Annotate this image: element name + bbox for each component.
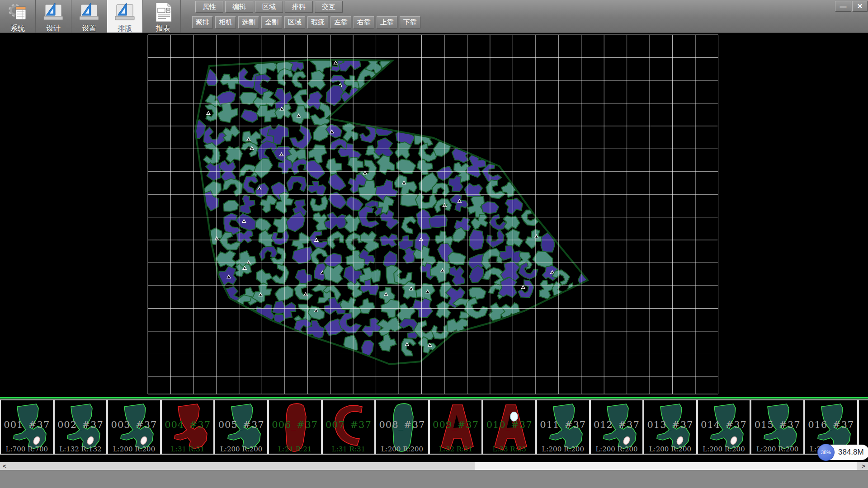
part-number-label: 009_#37 <box>430 419 482 430</box>
menu-tab-bar: 属性编辑区域排料交互 <box>195 1 344 13</box>
tool-button-region[interactable]: 区域 <box>284 16 305 28</box>
part-lr-label: L:32 R:31 <box>430 445 482 453</box>
part-number-label: 016_#37 <box>805 419 857 430</box>
menu-tab-properties[interactable]: 属性 <box>195 1 223 13</box>
part-thumbnail[interactable]: 012_#37 L:200 R:200 <box>590 399 644 455</box>
part-lr-label: L:200 R:200 <box>591 445 643 453</box>
tool-button-snap-top[interactable]: 上靠 <box>377 16 397 28</box>
module-label: 设计 <box>46 24 61 32</box>
part-lr-label: L:21 R:21 <box>269 445 321 453</box>
window-close-button[interactable]: ✕ <box>852 1 868 12</box>
system-gear-icon <box>10 5 26 19</box>
ruler-icon <box>113 0 137 24</box>
part-thumbnail[interactable]: 006_#37 L:21 R:21 <box>268 399 322 455</box>
part-thumbnail[interactable]: 014_#37 L:200 R:200 <box>697 399 751 455</box>
module-button-design[interactable]: 设计 <box>36 0 71 33</box>
part-thumbnail[interactable]: 004_#37 L:31 R:31 <box>161 399 215 455</box>
tool-button-defect[interactable]: 瑕疵 <box>307 16 328 28</box>
memory-value: 384.8M <box>838 448 864 457</box>
part-number-label: 005_#37 <box>215 419 267 430</box>
menu-tab-edit[interactable]: 编辑 <box>225 1 253 13</box>
parts-strip-cells: 001_#37 L:700 R:700 002_#37 L:132 R:132 … <box>0 399 868 455</box>
part-lr-label: L:200 R:200 <box>215 445 267 453</box>
menu-tab-interaction[interactable]: 交互 <box>315 1 343 13</box>
part-thumbnail[interactable]: 008_#37 L:200 R:200 <box>375 399 429 455</box>
memory-badge: 38% 384.8M <box>818 445 868 460</box>
part-number-label: 003_#37 <box>108 419 160 430</box>
ruler-icon <box>77 0 101 24</box>
parts-strip: 001_#37 L:700 R:700 002_#37 L:132 R:132 … <box>0 397 868 462</box>
part-number-label: 002_#37 <box>55 419 107 430</box>
scroll-left-button[interactable]: < <box>0 462 9 470</box>
report-doc-icon <box>156 3 171 22</box>
module-button-nesting[interactable]: 排版 <box>107 0 143 33</box>
part-number-label: 008_#37 <box>376 419 428 430</box>
scroll-right-button[interactable]: > <box>859 462 868 470</box>
tool-button-snap-left[interactable]: 左靠 <box>330 16 351 28</box>
tool-button-snap-right[interactable]: 右靠 <box>354 16 374 28</box>
module-button-settings[interactable]: 设置 <box>71 0 107 33</box>
part-thumbnail[interactable]: 001_#37 L:700 R:700 <box>0 399 54 455</box>
part-lr-label: L:200 R:200 <box>376 445 428 453</box>
part-thumbnail[interactable]: 003_#37 L:200 R:200 <box>107 399 161 455</box>
ruler-icon <box>42 0 65 24</box>
part-lr-label: L:200 R:200 <box>751 445 803 453</box>
part-number-label: 007_#37 <box>323 419 375 430</box>
tool-button-select-cut[interactable]: 选割 <box>238 16 259 28</box>
progress-circle: 38% <box>817 444 835 461</box>
tool-button-cut-all[interactable]: 全割 <box>261 16 282 28</box>
module-label: 设置 <box>82 24 96 32</box>
part-number-label: 010_#37 <box>483 419 535 430</box>
strip-scrollbar[interactable]: < > <box>0 462 868 470</box>
part-lr-label: L:33 R:33 <box>483 445 535 453</box>
part-lr-label: L:200 R:200 <box>644 445 696 453</box>
ruler-icon <box>115 3 134 20</box>
status-bar <box>0 470 868 488</box>
part-lr-label: L:31 R:31 <box>162 445 214 453</box>
module-label: 报表 <box>156 24 170 32</box>
scrollbar-thumb[interactable] <box>475 462 857 470</box>
part-thumbnail[interactable]: 005_#37 L:200 R:200 <box>214 399 268 455</box>
part-number-label: 013_#37 <box>644 419 696 430</box>
ruler-icon <box>44 3 63 20</box>
tool-button-camera[interactable]: 相机 <box>215 16 236 28</box>
window-minimize-button[interactable]: — <box>835 1 851 12</box>
part-thumbnail[interactable]: 007_#37 L:31 R:31 <box>322 399 376 455</box>
part-lr-label: L:132 R:132 <box>55 445 107 453</box>
part-thumbnail[interactable]: 010_#37 L:33 R:33 <box>482 399 536 455</box>
nested-pieces <box>190 52 591 357</box>
part-lr-label: L:200 R:200 <box>537 445 589 453</box>
tool-button-cluster-nest[interactable]: 聚排 <box>192 16 213 28</box>
menu-tab-region[interactable]: 区域 <box>255 1 283 13</box>
part-number-label: 015_#37 <box>751 419 803 430</box>
part-number-label: 012_#37 <box>591 419 643 430</box>
tool-button-bar: 聚排相机选割全割区域瑕疵左靠右靠上靠下靠 <box>192 16 423 28</box>
module-label: 排版 <box>118 24 132 32</box>
part-thumbnail[interactable]: 009_#37 L:32 R:31 <box>429 399 483 455</box>
app-toolbar: 系统 设计 设置 排版 <box>0 0 868 33</box>
system-gear-icon <box>6 0 29 24</box>
part-thumbnail[interactable]: 002_#37 L:132 R:132 <box>54 399 108 455</box>
part-thumbnail[interactable]: 011_#37 L:200 R:200 <box>536 399 590 455</box>
part-lr-label: L:700 R:700 <box>1 445 53 453</box>
part-lr-label: L:31 R:31 <box>323 445 375 453</box>
strip-divider-line <box>0 397 868 399</box>
part-number-label: 006_#37 <box>269 419 321 430</box>
part-thumbnail[interactable]: 015_#37 L:200 R:200 <box>750 399 804 455</box>
module-button-system[interactable]: 系统 <box>0 0 36 33</box>
module-label: 系统 <box>10 24 25 32</box>
part-lr-label: L:200 R:200 <box>108 445 160 453</box>
tool-button-snap-bottom[interactable]: 下靠 <box>400 16 420 28</box>
menu-tab-nesting[interactable]: 排料 <box>285 1 313 13</box>
part-number-label: 004_#37 <box>162 419 214 430</box>
part-lr-label: L:200 R:200 <box>698 445 750 453</box>
part-number-label: 014_#37 <box>698 419 750 430</box>
part-number-label: 011_#37 <box>537 419 589 430</box>
report-doc-icon <box>152 0 174 24</box>
ruler-icon <box>80 3 99 20</box>
module-button-report[interactable]: 报表 <box>146 0 181 33</box>
part-number-label: 001_#37 <box>1 419 53 430</box>
part-thumbnail[interactable]: 013_#37 L:200 R:200 <box>643 399 697 455</box>
